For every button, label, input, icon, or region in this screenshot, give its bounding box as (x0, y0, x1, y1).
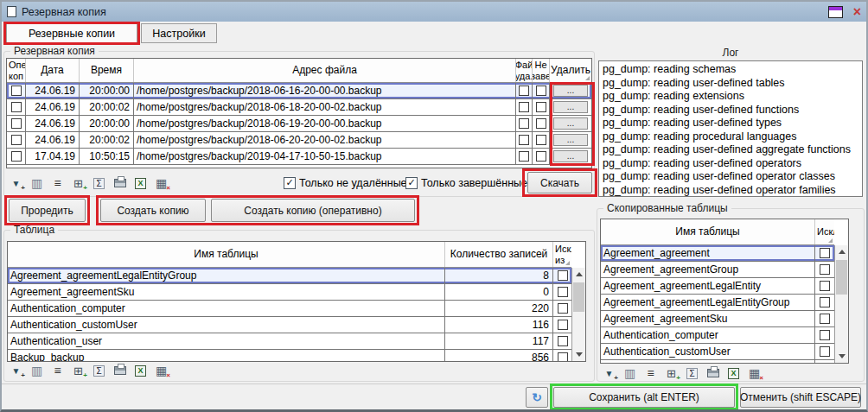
column-header-table-name[interactable]: Имя таблицы (601, 219, 815, 244)
exclude-checkbox[interactable] (558, 270, 568, 281)
maximize-icon[interactable] (828, 6, 843, 18)
backup-row[interactable]: 24.06.19 20:00:00 /home/postgres/backup/… (7, 83, 591, 99)
excel-export-icon[interactable]: X (726, 366, 741, 380)
exclude-checkbox[interactable] (820, 264, 830, 275)
numbered-list-icon[interactable]: ≡ (643, 366, 658, 380)
table-row[interactable]: Authentication_user 117 (8, 333, 571, 350)
copied-table-row[interactable]: Authentication_customUser (601, 344, 834, 360)
column-header-file-path[interactable]: Адрес файла (134, 59, 516, 82)
column-chooser-icon[interactable]: ▥ (622, 366, 637, 380)
copied-table-row[interactable]: Authentication_computer (601, 327, 834, 344)
download-button[interactable]: Скачать (527, 172, 592, 193)
not-finished-checkbox[interactable] (536, 135, 546, 145)
exclude-checkbox[interactable] (558, 336, 568, 346)
filter-not-deleted-checkbox[interactable]: ✓ Только не удалённые (284, 175, 407, 190)
column-header-delete[interactable]: Удалить (550, 59, 591, 82)
thin-out-button[interactable]: Проредить (9, 199, 86, 222)
copied-table-row[interactable]: Agreement_agreementSku (601, 311, 834, 327)
exclude-checkbox[interactable] (558, 352, 568, 362)
exclude-checkbox[interactable] (558, 303, 568, 314)
not-finished-checkbox[interactable] (536, 118, 546, 129)
row-checkbox[interactable] (11, 118, 22, 129)
excel-export-icon[interactable]: X (133, 364, 148, 377)
exclude-checkbox[interactable] (820, 297, 830, 307)
create-copy-button[interactable]: Создать копию (100, 199, 206, 222)
tab-settings[interactable]: Настройки (141, 23, 217, 43)
column-header-exclude[interactable]: Искл из (553, 242, 571, 267)
calculator-icon[interactable]: ⊞+ (71, 364, 86, 377)
titlebar[interactable]: Резервная копия × (2, 2, 866, 22)
delete-row-button[interactable]: ... (553, 134, 588, 146)
copied-table-row[interactable]: Agreement_agreementLegalEntity (601, 278, 834, 295)
delete-row-button[interactable]: ... (553, 85, 588, 97)
row-checkbox[interactable] (11, 86, 22, 96)
column-header-file-deleted[interactable]: Фай уда. (516, 59, 533, 82)
excel-export-icon[interactable]: X (133, 176, 148, 190)
sum-icon[interactable]: Σ (92, 176, 106, 190)
tab-backup-copies[interactable]: Резервные копии (6, 23, 137, 43)
filter-icon[interactable]: ▼+ (9, 364, 23, 377)
file-deleted-checkbox[interactable] (519, 86, 529, 96)
column-chooser-icon[interactable]: ▥ (29, 176, 44, 190)
column-header-operational[interactable]: Опе коп (7, 59, 26, 82)
column-header-time[interactable]: Время (80, 59, 134, 82)
backup-row[interactable]: 24.06.19 20:00:00 /home/postgres/backup/… (7, 116, 591, 132)
column-header-table-name[interactable]: Имя таблицы (8, 242, 445, 267)
sum-icon[interactable]: Σ (685, 366, 699, 380)
log-list[interactable]: pg_dump: reading schemas pg_dump: readin… (598, 60, 863, 197)
table-row[interactable]: Backup_backup 856 (8, 350, 571, 362)
row-checkbox[interactable] (11, 135, 22, 145)
tables-grid-scrollbar[interactable] (571, 268, 585, 361)
create-copy-operational-button[interactable]: Создать копию (оперативно) (211, 199, 415, 222)
table-row[interactable]: Agreement_agreementSku 0 (8, 284, 571, 301)
numbered-list-icon[interactable]: ≡ (50, 364, 65, 377)
print-icon[interactable] (112, 176, 127, 190)
remove-column-icon[interactable]: ▦× (747, 366, 762, 380)
exclude-checkbox[interactable] (820, 363, 830, 364)
scroll-up-icon[interactable] (572, 268, 585, 281)
delete-row-button[interactable]: ... (553, 150, 588, 162)
row-checkbox[interactable] (11, 102, 22, 112)
backup-row[interactable]: 24.06.19 20:00:02 /home/postgres/backup/… (7, 99, 591, 116)
table-row[interactable]: Agreement_agreementLegalEntityGroup 8 (8, 268, 571, 284)
remove-column-icon[interactable]: ▦× (154, 176, 169, 190)
file-deleted-checkbox[interactable] (519, 151, 529, 162)
copied-table-row[interactable]: Agreement_agreementLegalEntityGroup (601, 295, 834, 311)
not-finished-checkbox[interactable] (536, 86, 546, 96)
print-icon[interactable] (705, 366, 720, 380)
delete-row-button[interactable]: ... (553, 101, 588, 113)
file-deleted-checkbox[interactable] (519, 102, 529, 112)
backup-row[interactable]: 17.04.19 10:50:15 /home/postgres/backup/… (7, 149, 591, 165)
save-button[interactable]: Сохранить (alt ENTER) (553, 387, 735, 408)
exclude-checkbox[interactable] (558, 287, 568, 297)
column-header-exclude[interactable]: Искл (815, 219, 834, 244)
file-deleted-checkbox[interactable] (519, 118, 529, 129)
exclude-checkbox[interactable] (820, 346, 830, 357)
not-finished-checkbox[interactable] (536, 102, 546, 112)
scroll-down-icon[interactable] (835, 350, 848, 363)
row-checkbox[interactable] (11, 151, 22, 162)
column-header-date[interactable]: Дата (26, 59, 80, 82)
copied-table-row[interactable]: Authentication_user (601, 360, 834, 364)
filter-completed-checkbox[interactable]: ✓ Только завершённые (405, 175, 527, 190)
copied-table-row[interactable]: Agreement_agreement (601, 245, 834, 262)
scroll-down-icon[interactable] (572, 348, 585, 361)
backup-row[interactable]: 24.06.19 20:00:02 /home/postgres/backup/… (7, 132, 591, 149)
scrollbar-thumb[interactable] (573, 282, 584, 312)
column-chooser-icon[interactable]: ▥ (29, 364, 44, 377)
file-deleted-checkbox[interactable] (519, 135, 529, 145)
exclude-checkbox[interactable] (820, 330, 830, 340)
delete-row-button[interactable]: ... (553, 117, 588, 130)
not-finished-checkbox[interactable] (536, 151, 546, 162)
exclude-checkbox[interactable] (558, 320, 568, 330)
scrollbar-thumb[interactable] (836, 260, 847, 295)
sum-icon[interactable]: Σ (92, 364, 106, 377)
remove-column-icon[interactable]: ▦× (154, 364, 169, 377)
filter-icon[interactable]: ▼+ (602, 366, 616, 380)
exclude-checkbox[interactable] (820, 248, 830, 258)
column-header-not-finished[interactable]: Не заве (533, 59, 550, 82)
exclude-checkbox[interactable] (820, 314, 830, 324)
calculator-icon[interactable]: ⊞+ (71, 176, 86, 190)
exclude-checkbox[interactable] (820, 281, 830, 291)
copied-tables-grid-scrollbar[interactable] (834, 245, 848, 363)
